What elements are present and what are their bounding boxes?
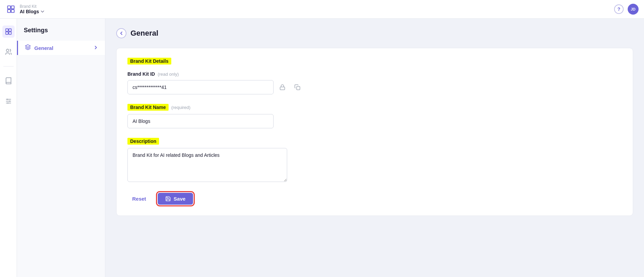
page-header: General <box>116 28 633 38</box>
header-left: Brand Kit AI Blogs <box>5 4 45 15</box>
reset-button[interactable]: Reset <box>127 193 151 204</box>
main-layout: Settings General <box>0 19 644 277</box>
page-title: General <box>130 29 158 38</box>
sidebar-item-knowledge[interactable] <box>2 75 15 87</box>
settings-menu-item-inner: General <box>25 44 53 52</box>
brand-dropdown-chevron <box>40 10 45 14</box>
copy-icon-btn[interactable] <box>291 81 303 93</box>
sidebar-item-users[interactable] <box>2 46 15 58</box>
svg-point-13 <box>9 100 10 102</box>
brand-kit-id-suffix: (read only) <box>158 72 179 77</box>
brand-kit-name-label-row: Brand Kit Name (required) <box>127 104 622 111</box>
brand-name[interactable]: AI Blogs <box>20 9 45 14</box>
svg-rect-17 <box>297 87 300 90</box>
save-label: Save <box>174 196 186 202</box>
back-button[interactable] <box>116 28 126 38</box>
icon-sidebar <box>0 19 17 277</box>
brand-kit-name-suffix: (required) <box>171 105 190 110</box>
sidebar-item-brand-kit[interactable] <box>2 25 15 38</box>
svg-rect-4 <box>5 29 8 31</box>
description-label-row: Description <box>127 138 622 145</box>
user-avatar[interactable]: JD <box>628 4 639 15</box>
brand-kit-name-label: Brand Kit Name <box>127 104 169 111</box>
brand-kit-id-field: Brand Kit ID (read only) <box>127 71 622 94</box>
svg-rect-7 <box>8 32 11 34</box>
brand-kit-name-input[interactable] <box>127 114 274 128</box>
svg-rect-6 <box>5 32 8 34</box>
sidebar-divider <box>3 66 14 67</box>
form-card: Brand Kit Details Brand Kit ID (read onl… <box>116 48 633 216</box>
form-actions: Reset Save <box>127 193 622 205</box>
lock-icon-btn[interactable] <box>276 81 289 93</box>
description-label: Description <box>127 138 159 145</box>
brand-kit-id-input[interactable] <box>127 80 274 94</box>
header-brand-text: Brand Kit AI Blogs <box>20 4 45 14</box>
settings-title: Settings <box>17 27 105 41</box>
brand-kit-header-icon <box>5 4 16 15</box>
svg-rect-5 <box>8 29 11 31</box>
svg-rect-0 <box>7 6 11 9</box>
section-heading: Brand Kit Details <box>127 58 171 64</box>
save-button[interactable]: Save <box>158 193 193 205</box>
save-icon <box>165 196 171 202</box>
settings-menu-item-general[interactable]: General <box>17 41 105 55</box>
layers-icon <box>25 44 31 52</box>
settings-sidebar: Settings General <box>17 19 105 277</box>
svg-point-12 <box>6 99 8 100</box>
brand-kit-label: Brand Kit <box>20 4 45 9</box>
description-input[interactable]: Brand Kit for AI related Blogs and Artic… <box>127 148 287 182</box>
brand-kit-name-field: Brand Kit Name (required) <box>127 104 622 128</box>
brand-kit-id-label: Brand Kit ID (read only) <box>127 71 622 77</box>
sidebar-item-settings[interactable] <box>2 95 15 107</box>
header-right: ? JD <box>614 4 639 15</box>
svg-rect-2 <box>7 10 11 13</box>
top-header: Brand Kit AI Blogs ? JD <box>0 0 644 19</box>
svg-rect-3 <box>11 10 14 13</box>
brand-kit-id-input-row <box>127 80 622 94</box>
settings-menu-chevron <box>93 45 98 51</box>
main-content: General Brand Kit Details Brand Kit ID (… <box>105 19 644 277</box>
description-field: Description Brand Kit for AI related Blo… <box>127 138 622 183</box>
svg-point-14 <box>7 103 8 104</box>
svg-rect-16 <box>280 87 285 90</box>
settings-menu-label-general: General <box>34 45 53 51</box>
svg-rect-1 <box>11 6 14 9</box>
help-button[interactable]: ? <box>614 4 624 14</box>
svg-point-8 <box>6 49 8 52</box>
svg-marker-15 <box>25 45 31 48</box>
